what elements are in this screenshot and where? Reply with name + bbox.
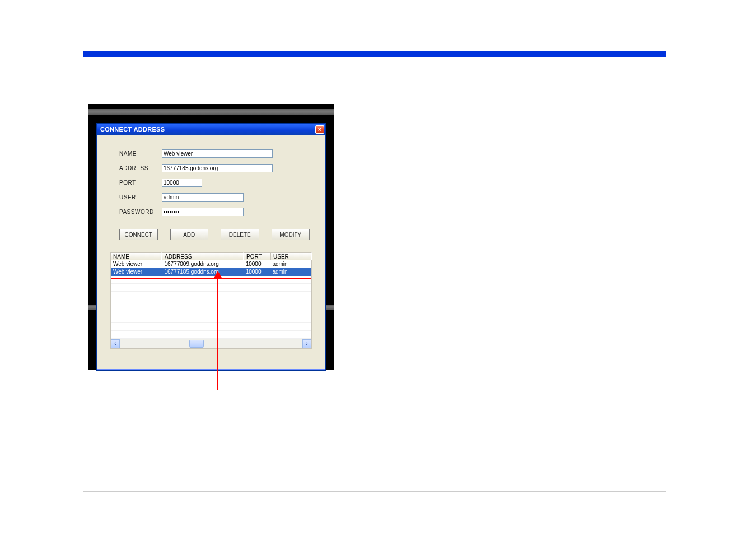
user-input[interactable] <box>162 193 244 202</box>
parent-app-frame: CONNECT ADDRESS × NAME ADDRESS PORT USER… <box>88 104 334 370</box>
name-input[interactable] <box>162 149 273 158</box>
cell-address: 16777185.goddns.org <box>162 268 243 276</box>
dialog-title: CONNECT ADDRESS <box>100 126 165 133</box>
list-header-row[interactable]: NAME ADDRESS PORT USER <box>110 252 312 260</box>
cell-port: 10000 <box>244 268 270 276</box>
dialog-titlebar[interactable]: CONNECT ADDRESS × <box>97 124 325 135</box>
cell-user: admin <box>270 260 311 268</box>
cell-port: 10000 <box>244 260 270 268</box>
horizontal-scrollbar[interactable]: ‹ › <box>110 339 312 349</box>
page-footer-line <box>83 491 666 492</box>
cell-name: Web viewer <box>111 260 162 268</box>
scroll-thumb[interactable] <box>189 340 204 348</box>
connect-address-dialog: CONNECT ADDRESS × NAME ADDRESS PORT USER… <box>96 123 326 371</box>
backdrop-strip <box>88 109 334 115</box>
address-input[interactable] <box>162 164 273 172</box>
label-port: PORT <box>119 180 162 186</box>
annotation-arrow-head-icon <box>213 271 222 279</box>
header-port[interactable]: PORT <box>244 252 270 260</box>
label-address: ADDRESS <box>119 165 162 171</box>
connect-button[interactable]: CONNECT <box>119 229 158 240</box>
cell-user: admin <box>270 268 311 276</box>
label-password: PASSWORD <box>119 209 162 215</box>
header-user[interactable]: USER <box>270 252 312 260</box>
list-body[interactable]: Web viewer 16777009.goddns.org 10000 adm… <box>110 260 312 339</box>
cell-name: Web viewer <box>111 268 162 276</box>
table-row[interactable]: Web viewer 16777185.goddns.org 10000 adm… <box>111 268 311 276</box>
saved-connections-list: NAME ADDRESS PORT USER Web viewer 167770… <box>110 252 312 349</box>
close-icon[interactable]: × <box>315 125 324 134</box>
action-button-row: CONNECT ADD DELETE MODIFY <box>119 229 310 240</box>
port-input[interactable] <box>162 179 202 187</box>
label-name: NAME <box>119 151 162 157</box>
page-header-bar <box>83 51 666 57</box>
table-row[interactable]: Web viewer 16777009.goddns.org 10000 adm… <box>111 260 311 268</box>
scroll-left-icon[interactable]: ‹ <box>111 339 120 348</box>
label-user: USER <box>119 194 162 200</box>
scroll-track[interactable] <box>120 339 302 348</box>
cell-address: 16777009.goddns.org <box>162 260 243 268</box>
header-name[interactable]: NAME <box>110 252 162 260</box>
annotation-arrow-line <box>217 274 218 390</box>
modify-button[interactable]: MODIFY <box>272 229 310 240</box>
add-button[interactable]: ADD <box>170 229 209 240</box>
connection-form: NAME ADDRESS PORT USER PASSWORD CONNECT <box>97 135 325 252</box>
scroll-right-icon[interactable]: › <box>302 339 311 348</box>
delete-button[interactable]: DELETE <box>221 229 259 240</box>
header-address[interactable]: ADDRESS <box>162 252 244 260</box>
password-input[interactable] <box>162 208 244 216</box>
